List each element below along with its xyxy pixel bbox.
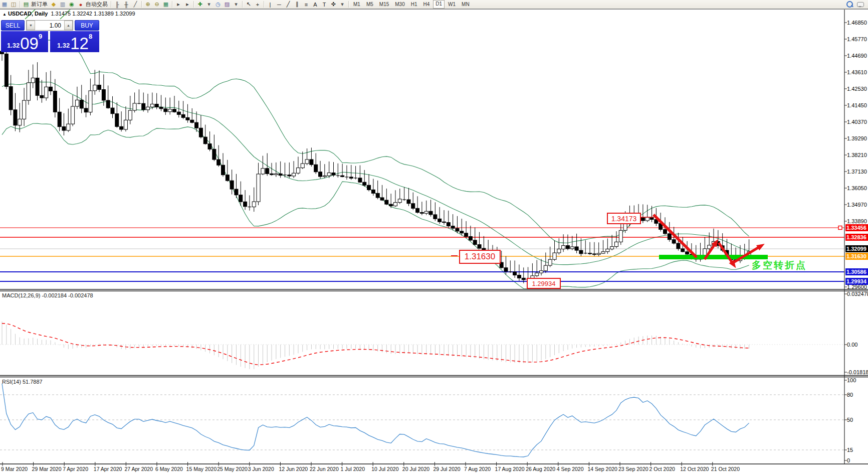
bullish-candle — [540, 271, 543, 273]
price-tick-label: 1.42530 — [847, 86, 867, 92]
date-label: 12 Oct 2020 — [680, 466, 709, 472]
price-callout-label[interactable]: 1.31630 — [459, 250, 501, 264]
sell-price-panel[interactable]: 1.32 09 9 — [1, 31, 48, 52]
bullish-candle — [71, 106, 75, 124]
volume-input[interactable] — [35, 21, 64, 30]
bearish-candle — [172, 109, 176, 112]
zoom-out-icon[interactable]: ⊖ — [153, 1, 161, 8]
bullish-candle — [252, 202, 256, 207]
new-order-icon[interactable]: ▤ — [22, 1, 30, 8]
text-label-icon[interactable]: T — [320, 1, 328, 8]
sound-icon[interactable]: ◉ — [68, 1, 76, 8]
date-label: 1 Jul 2020 — [341, 466, 365, 472]
bearish-candle — [181, 114, 185, 117]
line-chart-icon[interactable]: ╱ — [131, 1, 139, 8]
bearish-candle — [199, 128, 202, 137]
candle-chart-icon[interactable]: ╫ — [122, 1, 130, 8]
timeframe-button-d1[interactable]: D1 — [433, 0, 445, 9]
macd-tick-label: 0.00 — [847, 342, 857, 348]
bearish-candle — [49, 87, 53, 91]
bar-chart-icon[interactable]: ╟ — [113, 1, 121, 8]
bearish-candle — [429, 211, 432, 215]
date-label: 17 Aug 2020 — [495, 466, 525, 472]
crosshair-icon[interactable]: + — [254, 1, 262, 8]
bearish-candle — [9, 87, 13, 110]
bearish-candle — [447, 223, 450, 226]
mt4-terminal: ▦◫▤新订单◆▥◉●自动交易╟╫╱⊕⊖▦▸▸✚▾◷▨▾↖+|─╱∥≡AT✜▾M1… — [0, 0, 868, 475]
volume-decrease-button[interactable]: ▼ — [27, 21, 35, 30]
bearish-candle — [504, 268, 508, 271]
timeframe-button-m15[interactable]: M15 — [377, 1, 391, 8]
vline-icon[interactable]: | — [266, 1, 274, 8]
collapse-marker-icon[interactable]: ▲ — [3, 12, 7, 17]
volume-increase-button[interactable]: ▲ — [64, 21, 73, 30]
rsi-label: RSI(14) 51.7887 — [2, 379, 43, 385]
price-callout-label[interactable]: 1.29934 — [527, 278, 561, 289]
bearish-candle — [681, 249, 685, 252]
bullish-candle — [45, 87, 48, 98]
macd-tick-label: -0.018182 — [847, 369, 868, 375]
bearish-candle — [376, 193, 379, 198]
macd-label: MACD(12,26,9) -0.002184 -0.002478 — [2, 292, 93, 298]
downtrend-line[interactable] — [654, 215, 697, 257]
price-callout-label[interactable]: 1.34173 — [607, 213, 641, 224]
indicators-icon[interactable]: ✚ — [196, 1, 204, 8]
rsi-tick-label: 100 — [847, 377, 856, 383]
bullish-candle — [398, 199, 401, 203]
trendline-icon[interactable]: ╱ — [284, 1, 292, 8]
hline-icon[interactable]: ─ — [275, 1, 283, 8]
buy-price-panel[interactable]: 1.32 12 8 — [50, 31, 99, 52]
chart-canvas[interactable] — [0, 0, 868, 475]
search-icon[interactable] — [846, 1, 853, 8]
chart-window-icon[interactable]: ▦ — [1, 1, 9, 8]
bearish-candle — [279, 174, 282, 175]
timeframe-button-h4[interactable]: H4 — [421, 1, 432, 8]
bearish-candle — [385, 200, 388, 204]
timeframe-button-m1[interactable]: M1 — [351, 1, 363, 8]
bearish-candle — [84, 108, 88, 112]
indicators-dropdown-icon[interactable]: ▾ — [205, 1, 213, 8]
autotrade-label[interactable]: 自动交易 — [86, 1, 108, 8]
bearish-candle — [473, 240, 477, 245]
annotation-green-text[interactable]: 多空转折点 — [752, 259, 807, 272]
zoom-in-icon[interactable]: ⊕ — [144, 1, 152, 8]
sell-button[interactable]: SELL — [1, 20, 25, 31]
price-tick-label: 1.43610 — [847, 69, 867, 75]
templates-dropdown-icon[interactable]: ▾ — [232, 1, 240, 8]
new-order-label[interactable]: 新订单 — [31, 1, 48, 8]
chat-icon[interactable] — [857, 2, 864, 7]
timeframe-button-m30[interactable]: M30 — [392, 1, 407, 8]
zoom-window-icon[interactable]: ◫ — [10, 1, 18, 8]
date-label: 10 Jul 2020 — [371, 466, 398, 472]
timeframe-button-h1[interactable]: H1 — [408, 1, 420, 8]
autotrade-icon[interactable]: ● — [77, 1, 85, 8]
bullish-candle — [93, 85, 97, 91]
date-label: 12 Jun 2020 — [279, 466, 308, 472]
arrows-icon[interactable]: ✜ — [329, 1, 337, 8]
buy-button[interactable]: BUY — [75, 20, 99, 31]
auto-scroll-icon[interactable]: ▸ — [174, 1, 182, 8]
printer-icon[interactable]: ▥ — [59, 1, 67, 8]
bearish-candle — [650, 217, 654, 219]
channel-icon[interactable]: ∥ — [293, 1, 301, 8]
cursor-icon[interactable]: ↖ — [245, 1, 253, 8]
bearish-candle — [513, 272, 517, 275]
timeframe-button-w1[interactable]: W1 — [446, 1, 458, 8]
price-tag-label: 1.30586 — [845, 268, 868, 275]
eraser-icon[interactable]: ◆ — [50, 1, 58, 8]
text-icon[interactable]: A — [311, 1, 319, 8]
timeframe-button-mn[interactable]: MN — [459, 1, 472, 8]
bearish-candle — [177, 112, 180, 114]
bearish-candle — [579, 250, 583, 254]
bearish-candle — [5, 54, 8, 86]
hline-endpoint-marker[interactable] — [838, 226, 842, 230]
tile-windows-icon[interactable]: ▦ — [162, 1, 170, 8]
timeframe-button-m5[interactable]: M5 — [364, 1, 376, 8]
templates-icon[interactable]: ▨ — [223, 1, 231, 8]
arrows-dropdown-icon[interactable]: ▾ — [338, 1, 346, 8]
bearish-candle — [155, 104, 158, 107]
bullish-candle — [623, 223, 627, 230]
chart-shift-icon[interactable]: ▸ — [183, 1, 191, 8]
fibonacci-icon[interactable]: ≡ — [302, 1, 310, 8]
period-clock-icon[interactable]: ◷ — [214, 1, 222, 8]
